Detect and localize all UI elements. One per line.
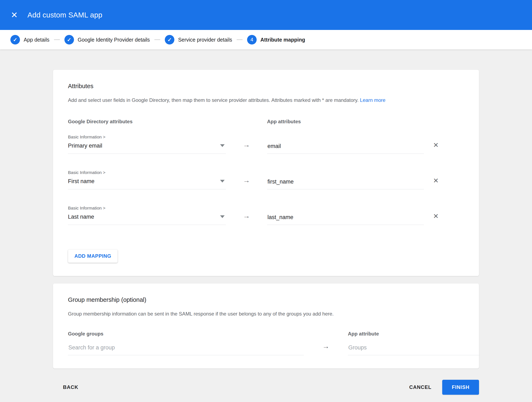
check-icon: ✓ [67, 37, 71, 43]
step-label-service-provider-details: Service provider details [178, 37, 232, 43]
footer-actions: CANCEL FINISH [404, 380, 479, 395]
select-category-label: Basic Information > [68, 205, 226, 211]
group-membership-description: Group membership information can be sent… [68, 310, 464, 317]
app-attributes-header: App attributes [267, 119, 424, 125]
mapping-arrow-cell: → [226, 176, 267, 189]
back-button[interactable]: BACK [58, 381, 83, 394]
learn-more-link[interactable]: Learn more [360, 97, 386, 103]
finish-button[interactable]: FINISH [442, 380, 479, 395]
check-icon: ✓ [167, 37, 172, 43]
main-content: Attributes Add and select user fields in… [0, 50, 532, 395]
step-service-provider-details[interactable]: ✓ Service provider details [165, 35, 232, 45]
arrow-right-icon: → [243, 176, 250, 184]
arrow-right-icon: → [243, 141, 250, 149]
mapping-row: Basic Information > Primary email → ✕ [68, 134, 464, 154]
step-complete-check-icon: ✓ [165, 35, 174, 45]
group-arrow-cell: → [304, 342, 348, 355]
google-directory-attributes-header: Google Directory attributes [68, 119, 226, 125]
step-separator [237, 39, 242, 40]
mapping-row: Basic Information > Last name → ✕ [68, 205, 464, 225]
step-app-details[interactable]: ✓ App details [10, 35, 50, 45]
select-category-label: Basic Information > [68, 134, 226, 140]
google-groups-header: Google groups [68, 331, 304, 337]
group-membership-card: Group membership (optional) Group member… [53, 284, 479, 369]
step-google-idp-details[interactable]: ✓ Google Identity Provider details [64, 35, 150, 45]
app-attribute-header: App attribute [348, 331, 480, 337]
arrow-right-icon: → [322, 342, 329, 350]
attributes-card-description: Add and select user fields in Google Dir… [68, 97, 464, 104]
group-search-cell [68, 345, 304, 355]
app-attribute-cell [267, 179, 424, 189]
dropdown-caret-icon [220, 144, 225, 147]
app-attribute-input[interactable] [267, 143, 424, 154]
dialog-footer: BACK CANCEL FINISH [53, 380, 479, 395]
directory-attribute-select[interactable]: Basic Information > First name [68, 170, 226, 189]
cancel-button[interactable]: CANCEL [404, 381, 437, 394]
mapping-arrow-cell: → [226, 141, 267, 154]
app-attribute-cell [267, 143, 424, 154]
group-column-headers: Google groups App attribute [68, 331, 464, 337]
select-value: First name [68, 178, 95, 185]
arrow-right-icon: → [243, 212, 250, 220]
directory-attribute-select[interactable]: Basic Information > Last name [68, 205, 226, 225]
attributes-card: Attributes Add and select user fields in… [53, 70, 479, 276]
app-attribute-cell [267, 214, 424, 225]
mapping-arrow-cell: → [226, 212, 267, 225]
add-mapping-button[interactable]: ADD MAPPING [68, 249, 118, 263]
delete-mapping-icon[interactable]: ✕ [433, 213, 439, 219]
app-attribute-input[interactable] [267, 179, 424, 189]
attributes-column-headers: Google Directory attributes App attribut… [68, 119, 464, 125]
delete-cell: ✕ [424, 142, 464, 154]
attributes-card-title: Attributes [68, 83, 464, 89]
step-complete-check-icon: ✓ [64, 35, 74, 45]
step-number: 4 [250, 37, 253, 43]
check-icon: ✓ [13, 37, 18, 43]
delete-mapping-icon[interactable]: ✕ [433, 142, 439, 148]
step-separator [54, 39, 60, 40]
close-icon[interactable]: ✕ [11, 11, 22, 19]
mapping-row: Basic Information > First name → ✕ [68, 170, 464, 189]
step-label-google-idp-details: Google Identity Provider details [78, 37, 150, 43]
group-membership-title: Group membership (optional) [68, 296, 464, 303]
dialog-header: ✕ Add custom SAML app [0, 0, 532, 30]
attributes-description-text: Add and select user fields in Google Dir… [68, 97, 359, 103]
step-separator [154, 39, 160, 40]
select-value: Last name [68, 213, 94, 221]
step-label-app-details: App details [24, 37, 50, 43]
dropdown-caret-icon [220, 215, 225, 218]
select-category-label: Basic Information > [68, 170, 226, 175]
step-attribute-mapping[interactable]: 4 Attribute mapping [247, 35, 305, 45]
group-search-input[interactable] [68, 345, 304, 355]
group-mapping-row: → [68, 342, 464, 355]
delete-mapping-icon[interactable]: ✕ [433, 177, 439, 184]
step-complete-check-icon: ✓ [10, 35, 20, 45]
directory-attribute-select[interactable]: Basic Information > Primary email [68, 134, 226, 154]
delete-cell: ✕ [424, 213, 464, 225]
group-app-attribute-cell [348, 345, 480, 355]
step-number-badge: 4 [247, 35, 257, 45]
group-app-attribute-input[interactable] [348, 345, 480, 355]
dialog-title: Add custom SAML app [27, 11, 102, 19]
stepper: ✓ App details ✓ Google Identity Provider… [0, 30, 532, 50]
step-label-attribute-mapping: Attribute mapping [260, 37, 305, 43]
delete-cell: ✕ [424, 177, 464, 189]
app-attribute-input[interactable] [267, 214, 424, 225]
select-value: Primary email [68, 142, 102, 149]
dropdown-caret-icon [220, 180, 225, 183]
